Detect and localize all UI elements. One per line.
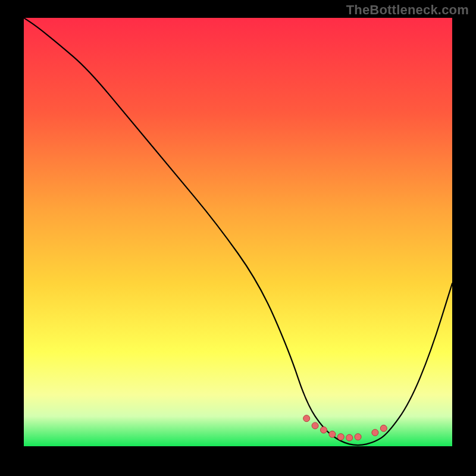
- plot-area: [24, 18, 452, 446]
- optimal-point: [312, 422, 318, 429]
- optimal-point: [380, 425, 387, 431]
- optimal-point: [372, 430, 378, 436]
- chart-svg: [24, 18, 452, 446]
- optimal-point: [346, 434, 353, 441]
- optimal-point: [355, 434, 361, 440]
- optimal-point: [303, 415, 310, 422]
- gradient-background: [24, 18, 452, 446]
- chart-container: TheBottleneck.com: [0, 0, 476, 476]
- optimal-point: [329, 431, 336, 437]
- watermark: TheBottleneck.com: [346, 2, 469, 18]
- optimal-point: [321, 427, 327, 433]
- watermark-text: TheBottleneck.com: [346, 2, 469, 17]
- optimal-point: [337, 434, 344, 440]
